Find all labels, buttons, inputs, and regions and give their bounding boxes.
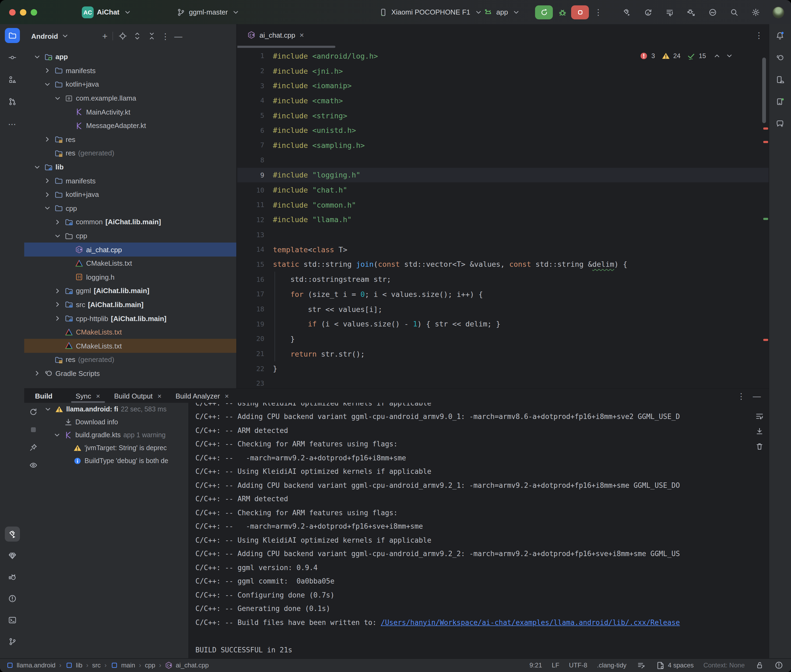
line-number[interactable]: 1 [237,52,273,60]
notifications-button[interactable] [772,28,788,43]
run-more-options-kebab[interactable]: ⋮ [594,8,602,16]
tree-item-cpp[interactable]: cpp [24,229,236,243]
context-widget[interactable]: Context: None [704,661,745,669]
build-project-button[interactable] [621,7,631,17]
user-avatar[interactable] [772,6,784,18]
tree-item-mainactivity-kt[interactable]: MainActivity.kt [24,105,236,119]
line-number[interactable]: 21 [237,350,273,358]
tree-item-kotlin-java[interactable]: kotlin+java [24,188,236,202]
settings-button[interactable] [751,7,761,17]
chevron-down-icon[interactable] [33,163,42,171]
tree-item-cpp[interactable]: cpp [24,202,236,215]
code-line-20[interactable]: 20 } [237,331,769,346]
select-opened-file-button[interactable] [118,31,128,41]
line-number[interactable]: 9 [237,171,273,179]
code-editor[interactable]: 1#include <android/log.h>2#include <jni.… [237,46,769,388]
profiler-button[interactable] [708,7,717,17]
line-number[interactable]: 5 [237,111,273,119]
rerun-app-button[interactable] [535,5,553,19]
line-number[interactable]: 17 [237,290,273,298]
tree-item-ggml[interactable]: ggml[AiChat.lib.main] [24,284,236,298]
close-tab-icon[interactable]: × [225,392,229,400]
code-line-16[interactable]: 16 std::ostringstream str; [237,272,769,286]
line-number[interactable]: 3 [237,82,273,90]
code-line-11[interactable]: 11#include "common.h" [237,197,769,212]
code-line-5[interactable]: 5#include <string> [237,108,769,123]
lock-icon[interactable] [754,661,764,670]
tree-item-gradle-scripts[interactable]: Gradle Scripts [24,366,236,380]
line-number[interactable]: 14 [237,245,273,254]
version-control-tool-button[interactable] [5,634,20,649]
code-line-22[interactable]: 22} [237,361,769,376]
breadcrumb-cpp[interactable]: cpp [145,661,155,669]
structure-tool-button[interactable] [5,72,20,87]
sync-gradle-button[interactable]: A [643,7,653,17]
project-options-kebab[interactable]: ⋮ [162,32,170,40]
chevron-down-icon[interactable] [53,232,62,240]
code-line-12[interactable]: 12#include "llama.h" [237,212,769,227]
tree-item-lib[interactable]: lib [24,160,236,174]
tree-item-cmakelists-txt[interactable]: CMakeLists.txt [24,339,236,353]
project-widget[interactable]: AC AiChat [82,0,132,24]
tree-item-buildtype-debug-is-both-de[interactable]: BuildType 'debug' is both de [24,454,188,467]
line-number[interactable]: 6 [237,126,273,134]
encoding-widget[interactable]: UTF-8 [569,661,587,669]
tree-item-app[interactable]: app [24,50,236,64]
line-number[interactable]: 2 [237,67,273,75]
build-tab-sync[interactable]: Sync × [69,389,107,403]
line-number[interactable]: 16 [237,275,273,283]
minimize-window-button[interactable] [20,9,26,15]
code-line-15[interactable]: 15static std::string join(const std::vec… [237,257,769,272]
run-config-selector[interactable]: app [483,0,521,24]
build-output-path-link[interactable]: /Users/hanyin/Workspace/ai-chat/examples… [381,619,680,627]
code-line-17[interactable]: 17 for (size_t i = 0; i < values.size();… [237,286,769,301]
formatter-icon[interactable] [636,661,646,670]
build-tab-build-analyzer[interactable]: Build Analyzer × [168,389,236,403]
apply-changes-button[interactable] [664,7,674,17]
tree-item-cmakelists-txt[interactable]: CMakeLists.txt [24,256,236,270]
project-tool-button[interactable] [5,28,20,43]
pull-requests-tool-button[interactable] [5,94,20,109]
tree-item-logging-h[interactable]: Hlogging.h [24,270,236,284]
chevron-right-icon[interactable] [33,369,42,378]
chevron-right-icon[interactable] [53,286,62,295]
error-stripe-mark[interactable] [763,141,768,143]
device-manager-button[interactable] [772,72,788,87]
tree-item-src[interactable]: src[AiChat.lib.main] [24,298,236,311]
soft-wrap-button[interactable] [754,411,764,421]
expand-all-button[interactable] [132,31,142,41]
breadcrumb-lib[interactable]: lib [65,661,82,669]
code-line-8[interactable]: 8 [237,153,769,168]
code-line-6[interactable]: 6#include <unistd.h> [237,123,769,138]
inspections-widget[interactable]: 3 24 15 [639,51,734,61]
line-number[interactable]: 4 [237,96,273,105]
close-tab-icon[interactable]: × [300,30,304,39]
code-line-13[interactable]: 13 [237,227,769,242]
add-file-button[interactable]: + [102,32,107,41]
line-number[interactable]: 15 [237,260,273,268]
tree-item-res[interactable]: res(generated) [24,146,236,160]
chevron-down-icon[interactable] [43,204,52,213]
change-stripe-mark[interactable] [763,218,768,220]
terminal-tool-button[interactable] [5,612,20,627]
clear-console-button[interactable] [754,442,764,451]
chevron-right-icon[interactable] [43,66,52,75]
gradle-tool-button[interactable] [772,50,788,65]
project-view-selector[interactable]: Android [31,32,58,40]
tree-item-cmakelists-txt[interactable]: CMakeLists.txt [24,325,236,339]
build-console[interactable]: C/C++: -- Using KleidiAI optimized kerne… [189,403,769,659]
collapse-all-button[interactable] [147,31,157,41]
tree-item-messageadapter-kt[interactable]: MessageAdapter.kt [24,119,236,133]
build-tool-button[interactable] [5,526,20,541]
tree-item-build-gradle-kts[interactable]: build.gradle.ktsapp 1 warning [24,429,188,442]
close-tab-icon[interactable]: × [157,392,162,400]
editor-tab-ai-chat-cpp[interactable]: C ai_chat.cpp × [242,24,308,46]
attach-debugger-button[interactable] [686,7,696,17]
line-number[interactable]: 23 [237,379,273,387]
device-selector[interactable]: Xiaomi POCOPHONE F1 [379,0,483,24]
zoom-window-button[interactable] [30,9,37,15]
line-number[interactable]: 22 [237,365,273,373]
problems-tool-button[interactable] [5,591,20,606]
line-number[interactable]: 11 [237,201,273,209]
breadcrumb-ai-chat-cpp[interactable]: Cai_chat.cpp [165,661,209,669]
